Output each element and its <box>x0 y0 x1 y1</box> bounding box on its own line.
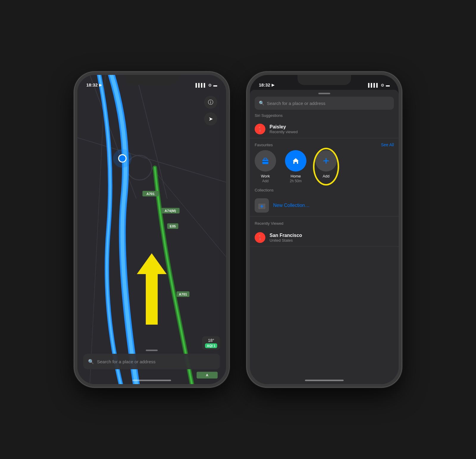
briefcase-icon <box>260 155 271 166</box>
location-indicator-right: ▶ <box>272 83 274 87</box>
svg-text:E05: E05 <box>170 224 176 228</box>
svg-rect-19 <box>262 160 268 164</box>
suggestion-pin-icon: 📍 <box>255 124 265 134</box>
notch-right <box>298 75 351 85</box>
status-icons-left: ▌▌▌▌ ⊙ ▬ <box>195 83 217 87</box>
maps-panel: 🔍 Search for a place or address Siri Sug… <box>250 90 399 384</box>
home-indicator-left <box>132 380 171 381</box>
collections-label: Collections <box>250 188 399 195</box>
recently-title: San Francisco <box>270 233 302 238</box>
arrow-body <box>146 274 158 325</box>
direction-arrow <box>137 253 167 325</box>
plus-icon <box>321 155 331 166</box>
wifi-icon-left: ⊙ <box>208 83 212 87</box>
left-screen: A701 A74(M) E05 A701 A ⓘ <box>77 75 226 384</box>
svg-point-16 <box>119 155 126 162</box>
panel-drag-handle <box>318 93 330 94</box>
add-name: Add <box>322 174 329 178</box>
work-icon-circle <box>255 150 276 172</box>
status-time-left: 18:32 ▶ <box>86 82 102 87</box>
battery-icon-right: ▬ <box>386 83 390 87</box>
svg-text:A701: A701 <box>179 293 187 296</box>
weather-badge: 18° AQI 1 <box>202 336 220 350</box>
fav-add[interactable]: Add <box>315 150 337 183</box>
suggestion-text: Paisley Recently viewed <box>270 124 298 134</box>
work-name: Work <box>261 174 270 178</box>
siri-suggestions-label: Siri Suggestions <box>250 113 399 120</box>
suggestion-subtitle: Recently viewed <box>270 130 298 134</box>
right-screen: 18:32 ▶ ▌▌▌▌ ⊙ ▬ 🔍 Search for a place or… <box>250 75 399 384</box>
temperature-text: 18° <box>208 338 214 343</box>
panel-search-icon: 🔍 <box>259 100 264 106</box>
panel-search-placeholder: Search for a place or address <box>267 101 325 106</box>
fav-work[interactable]: Work Add <box>255 150 276 183</box>
add-icon-circle <box>315 150 337 172</box>
collection-icon <box>255 198 269 213</box>
home-indicator-right <box>305 380 344 381</box>
status-icons-right: ▌▌▌▌ ⊙ ▬ <box>368 83 390 87</box>
favourites-header: Favourites See All <box>250 138 399 150</box>
home-sub: 2h 50m <box>290 179 302 183</box>
notch-left <box>125 75 178 85</box>
recently-text: San Francisco United States <box>270 233 302 243</box>
recently-viewed-label: Recently Viewed <box>255 221 284 226</box>
time-text-left: 18:32 <box>86 82 98 87</box>
see-all-button[interactable]: See All <box>381 142 394 147</box>
panel-search-bar[interactable]: 🔍 Search for a place or address <box>255 97 394 110</box>
status-time-right: 18:32 ▶ <box>259 82 274 87</box>
recently-pin-icon: 📍 <box>255 232 265 243</box>
suggestion-title: Paisley <box>270 124 298 130</box>
panel-screen: 18:32 ▶ ▌▌▌▌ ⊙ ▬ 🔍 Search for a place or… <box>250 75 399 384</box>
aqi-badge: AQI 1 <box>205 343 217 348</box>
left-phone: A701 A74(M) E05 A701 A ⓘ <box>74 72 229 387</box>
svg-text:A: A <box>206 373 208 377</box>
recently-viewed-item[interactable]: 📍 San Francisco United States <box>250 229 399 247</box>
search-bar[interactable]: 🔍 Search for a place or address <box>83 354 220 369</box>
arrow-head <box>137 253 167 274</box>
location-arrow-icon: ➤ <box>209 116 213 122</box>
home-icon-circle <box>285 150 306 172</box>
favourites-label: Favourites <box>255 143 273 147</box>
svg-text:A74(M): A74(M) <box>165 209 176 213</box>
battery-icon-left: ▬ <box>213 83 217 87</box>
recently-subtitle: United States <box>270 238 302 243</box>
search-icon: 🔍 <box>88 359 94 364</box>
right-phone: 18:32 ▶ ▌▌▌▌ ⊙ ▬ 🔍 Search for a place or… <box>247 72 402 387</box>
collection-plus-icon <box>258 201 266 210</box>
fav-home[interactable]: Home 2h 50m <box>285 150 306 183</box>
info-icon: ⓘ <box>208 99 213 106</box>
location-indicator-left: ▶ <box>99 83 102 87</box>
collection-item[interactable]: New Collection… <box>250 195 399 216</box>
home-icon <box>290 155 301 166</box>
work-sub: Add <box>262 179 268 183</box>
drag-indicator <box>146 350 158 351</box>
signal-bars-left: ▌▌▌▌ <box>195 83 206 87</box>
svg-rect-21 <box>295 162 297 164</box>
recently-viewed-header: Recently Viewed <box>250 216 399 229</box>
map-screen: A701 A74(M) E05 A701 A ⓘ <box>77 75 226 384</box>
collection-name: New Collection… <box>273 203 310 208</box>
search-placeholder: Search for a place or address <box>97 359 156 364</box>
signal-bars-right: ▌▌▌▌ <box>368 83 379 87</box>
time-text-right: 18:32 <box>259 82 270 87</box>
info-button[interactable]: ⓘ <box>204 96 217 109</box>
siri-suggestion-item[interactable]: 📍 Paisley Recently viewed <box>250 120 399 138</box>
home-name: Home <box>291 174 301 178</box>
location-button[interactable]: ➤ <box>204 112 217 125</box>
svg-text:A701: A701 <box>146 192 155 196</box>
favourites-row: Work Add Home 2h 50m <box>250 150 399 188</box>
wifi-icon-right: ⊙ <box>381 83 384 87</box>
